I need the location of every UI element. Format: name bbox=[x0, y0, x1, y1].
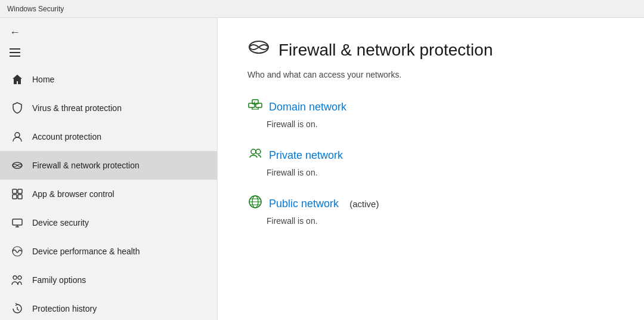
back-button[interactable]: ← bbox=[8, 24, 21, 41]
device-icon bbox=[11, 216, 24, 229]
sidebar-item-label-account: Account protection bbox=[32, 132, 101, 141]
account-icon bbox=[11, 130, 24, 143]
svg-rect-4 bbox=[13, 195, 17, 199]
domain-network-icon bbox=[247, 97, 263, 116]
sidebar-item-label-perf: Device performance & health bbox=[32, 247, 140, 256]
sidebar-item-device[interactable]: Device security bbox=[0, 208, 217, 237]
sidebar-item-app[interactable]: App & browser control bbox=[0, 180, 217, 208]
svg-point-15 bbox=[256, 149, 261, 154]
svg-point-0 bbox=[15, 133, 20, 137]
title-bar: Windows Security bbox=[0, 0, 644, 18]
page-header: Firewall & network protection bbox=[247, 36, 614, 64]
private-network-link[interactable]: Private network bbox=[269, 149, 343, 162]
svg-rect-5 bbox=[18, 195, 22, 199]
public-network-status: Firewall is on. bbox=[267, 216, 614, 226]
svg-rect-2 bbox=[13, 189, 17, 193]
network-header-private: Private network bbox=[247, 146, 614, 165]
private-network-icon bbox=[247, 146, 263, 165]
domain-network-link[interactable]: Domain network bbox=[269, 101, 346, 113]
private-network-status: Firewall is on. bbox=[267, 168, 614, 177]
network-header-domain: Domain network bbox=[247, 97, 614, 116]
app-icon bbox=[11, 187, 24, 201]
public-network-active-badge: (active) bbox=[347, 199, 379, 209]
family-icon bbox=[11, 273, 24, 287]
svg-point-8 bbox=[13, 276, 17, 279]
sidebar-item-label-family: Family options bbox=[32, 275, 86, 285]
public-network-link[interactable]: Public network bbox=[269, 198, 339, 210]
sidebar-item-account[interactable]: Account protection bbox=[0, 122, 217, 151]
sidebar-item-virus[interactable]: Virus & threat protection bbox=[0, 94, 217, 122]
sidebar-item-perf[interactable]: Device performance & health bbox=[0, 237, 217, 266]
health-icon bbox=[11, 245, 24, 258]
svg-point-9 bbox=[18, 276, 21, 279]
svg-point-14 bbox=[251, 149, 256, 154]
nav-items: Home Virus & threat protection bbox=[0, 65, 217, 320]
hamburger-menu-button[interactable] bbox=[8, 46, 209, 59]
sidebar-item-label-device: Device security bbox=[32, 218, 89, 227]
back-arrow-icon: ← bbox=[10, 26, 20, 39]
network-item-public: Public network (active) Firewall is on. bbox=[247, 194, 614, 226]
network-item-private: Private network Firewall is on. bbox=[247, 146, 614, 177]
sidebar-item-firewall[interactable]: Firewall & network protection bbox=[0, 151, 217, 180]
network-header-public: Public network (active) bbox=[247, 194, 614, 213]
svg-rect-3 bbox=[18, 189, 22, 193]
sidebar-top: ← bbox=[0, 18, 217, 63]
sidebar-item-label-home: Home bbox=[32, 75, 54, 84]
sidebar-item-label-history: Protection history bbox=[32, 304, 97, 313]
sidebar: ← Home bbox=[0, 18, 218, 320]
page-subtitle: Who and what can access your networks. bbox=[247, 70, 614, 79]
firewall-icon bbox=[11, 159, 24, 172]
public-network-icon bbox=[247, 194, 263, 213]
page-title: Firewall & network protection bbox=[278, 41, 493, 60]
sidebar-item-label-app: App & browser control bbox=[32, 189, 114, 199]
history-icon bbox=[11, 302, 24, 315]
sidebar-item-history[interactable]: Protection history bbox=[0, 294, 217, 320]
main-container: ← Home bbox=[0, 18, 644, 320]
home-icon bbox=[11, 73, 24, 86]
page-header-icon bbox=[247, 36, 270, 64]
svg-rect-6 bbox=[13, 219, 22, 225]
sidebar-item-family[interactable]: Family options bbox=[0, 266, 217, 294]
svg-point-7 bbox=[13, 247, 22, 256]
sidebar-item-label-firewall: Firewall & network protection bbox=[32, 161, 140, 170]
sidebar-item-label-virus: Virus & threat protection bbox=[32, 103, 122, 113]
domain-network-status: Firewall is on. bbox=[267, 119, 614, 129]
title-bar-label: Windows Security bbox=[7, 5, 64, 13]
sidebar-item-home[interactable]: Home bbox=[0, 65, 217, 94]
network-item-domain: Domain network Firewall is on. bbox=[247, 97, 614, 129]
shield-icon bbox=[11, 101, 24, 115]
content-area: Firewall & network protection Who and wh… bbox=[218, 18, 644, 320]
